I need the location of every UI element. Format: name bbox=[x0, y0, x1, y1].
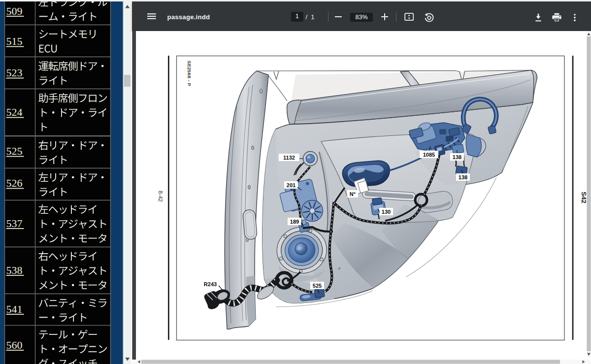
svg-text:138: 138 bbox=[453, 154, 461, 160]
svg-text:N°: N° bbox=[350, 191, 356, 197]
svg-text:130: 130 bbox=[382, 209, 391, 215]
svg-text:509: 509 bbox=[6, 5, 23, 17]
svg-text:201: 201 bbox=[287, 182, 296, 188]
svg-text:523: 523 bbox=[6, 66, 23, 79]
svg-text:526: 526 bbox=[6, 177, 23, 189]
svg-text:537: 537 bbox=[6, 217, 23, 230]
svg-text:138: 138 bbox=[459, 174, 467, 180]
svg-text:R243: R243 bbox=[204, 281, 217, 287]
svg-text:1132: 1132 bbox=[283, 155, 295, 161]
svg-text:525: 525 bbox=[6, 145, 23, 157]
svg-text:538: 538 bbox=[6, 264, 23, 276]
svg-text:515: 515 bbox=[6, 35, 23, 47]
svg-text:541: 541 bbox=[6, 303, 23, 315]
svg-text:189: 189 bbox=[290, 219, 299, 225]
svg-text:1085: 1085 bbox=[423, 152, 435, 158]
svg-text:524: 524 bbox=[6, 106, 23, 118]
svg-text:560: 560 bbox=[6, 339, 23, 351]
svg-text:525: 525 bbox=[313, 283, 322, 289]
